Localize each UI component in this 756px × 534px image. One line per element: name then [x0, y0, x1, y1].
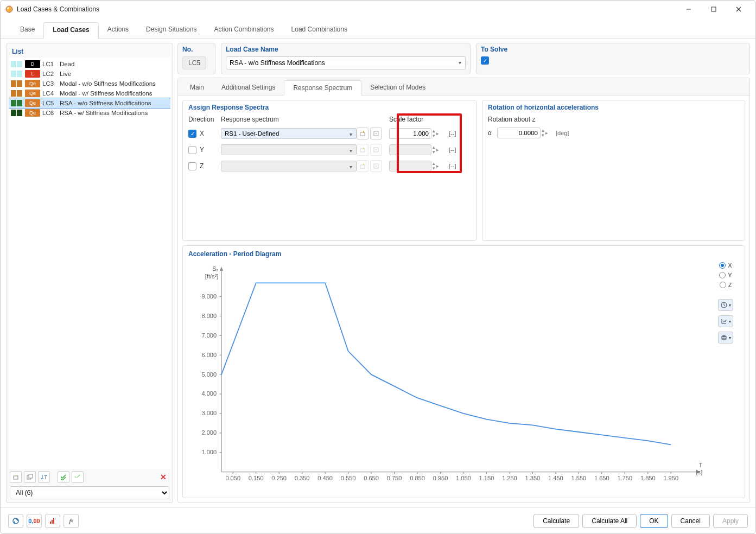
scale-x-input[interactable]	[389, 128, 431, 139]
calculate-all-button[interactable]: Calculate All	[582, 514, 637, 528]
main-tab-load-cases[interactable]: Load Cases	[43, 22, 98, 39]
units-button[interactable]: 0,00	[27, 514, 42, 528]
list-item[interactable]: QeLC6RSA - w/ Stiffness Modifications	[9, 108, 170, 118]
sub-tab-selection-of-modes[interactable]: Selection of Modes	[361, 80, 434, 95]
svg-text:7.000: 7.000	[201, 332, 217, 339]
spectrum-x-new-icon[interactable]	[357, 128, 369, 139]
field-no-value: LC5	[182, 56, 206, 69]
legend-x[interactable]: X	[719, 262, 732, 269]
svg-rect-8	[29, 474, 33, 478]
main-tab-base[interactable]: Base	[11, 22, 43, 38]
scale-z-input	[389, 161, 431, 171]
sub-tab-main[interactable]: Main	[181, 80, 213, 95]
calculate-button[interactable]: Calculate	[533, 514, 579, 528]
svg-text:8.000: 8.000	[201, 313, 217, 319]
uncheck-all-button[interactable]	[72, 471, 84, 483]
svg-text:0.150: 0.150	[249, 475, 264, 481]
copy-button[interactable]	[24, 471, 36, 483]
field-name: Load Case Name	[221, 43, 471, 74]
assign-header: Assign Response Spectra	[188, 104, 471, 111]
legend-z[interactable]: Z	[720, 282, 732, 288]
sort-button[interactable]	[38, 471, 50, 483]
filter-select[interactable]: All (6)	[10, 486, 169, 499]
field-no-label: No.	[182, 46, 211, 53]
chart-legend: XYZ ▾ ▾ ▾	[712, 261, 739, 493]
delete-button[interactable]: ✕	[157, 471, 169, 483]
help-button[interactable]	[8, 514, 23, 528]
direction-x-checkbox[interactable]: ✓	[188, 130, 196, 138]
check-all-button[interactable]	[58, 471, 69, 483]
close-button[interactable]	[726, 1, 751, 17]
main-tab-action-combinations[interactable]: Action Combinations	[205, 22, 282, 38]
svg-point-0	[6, 6, 12, 12]
rotation-row-label: Rotation about z	[488, 116, 739, 123]
field-name-label: Load Case Name	[226, 46, 466, 53]
chart-svg: 1.0002.0003.0004.0005.0006.0007.0008.000…	[188, 261, 712, 493]
direction-x-label: X	[200, 130, 204, 137]
direction-y-checkbox[interactable]	[188, 146, 196, 154]
direction-z-label: Z	[200, 162, 204, 170]
field-to-solve: To Solve ✓	[476, 43, 750, 74]
svg-text:0.950: 0.950	[433, 475, 448, 481]
scale-z-unit: [--]	[449, 163, 471, 169]
main-tab-actions[interactable]: Actions	[99, 22, 137, 38]
svg-text:0.650: 0.650	[364, 475, 379, 481]
function-button[interactable]: fx	[63, 514, 79, 528]
spectrum-x-edit-icon[interactable]	[370, 128, 382, 139]
rotation-panel: Rotation of horizontal accelerations Rot…	[482, 100, 745, 241]
legend-y[interactable]: Y	[719, 272, 732, 278]
svg-rect-3	[711, 7, 716, 11]
svg-rect-10	[360, 132, 365, 136]
chart-tool-clock-icon[interactable]: ▾	[718, 299, 733, 311]
main-tab-load-combinations[interactable]: Load Combinations	[283, 22, 356, 38]
graph-button[interactable]	[45, 514, 60, 528]
list-item[interactable]: QeLC4Modal - w/ Stiffness Modifications	[9, 88, 170, 98]
spectrum-y-select	[221, 144, 357, 155]
list-item[interactable]: DLC1Dead	[9, 59, 170, 69]
svg-text:1.750: 1.750	[617, 475, 632, 481]
col-spectrum: Response spectrum	[221, 116, 357, 123]
rotation-value-input[interactable]	[497, 128, 541, 138]
maximize-button[interactable]	[701, 1, 726, 17]
list-filter[interactable]: All (6)	[10, 486, 169, 499]
new-button[interactable]	[10, 471, 22, 483]
minimize-button[interactable]	[676, 1, 701, 17]
svg-text:0.550: 0.550	[341, 475, 356, 481]
main-tab-design-situations[interactable]: Design Situations	[137, 22, 205, 38]
list-header: List	[9, 46, 170, 58]
to-solve-checkbox[interactable]: ✓	[481, 56, 489, 65]
svg-rect-9	[74, 478, 81, 480]
svg-point-12	[376, 133, 377, 134]
apply-button[interactable]: Apply	[713, 514, 748, 528]
field-solve-label: To Solve	[481, 46, 745, 53]
assign-spectra-panel: Assign Response Spectra Direction Respon…	[182, 100, 477, 241]
svg-text:0.450: 0.450	[317, 475, 333, 481]
sub-tab-response-spectrum[interactable]: Response Spectrum	[284, 80, 361, 96]
sub-tabs: MainAdditional SettingsResponse Spectrum…	[178, 78, 749, 96]
list-item[interactable]: LLC2Live	[9, 69, 170, 79]
spectrum-y-edit-icon	[370, 144, 382, 156]
load-case-name-input[interactable]	[226, 56, 466, 69]
svg-text:1.000: 1.000	[201, 449, 217, 455]
list-item[interactable]: QeLC3Modal - w/o Stiffness Modifications	[9, 79, 170, 88]
direction-z-checkbox[interactable]	[188, 162, 196, 170]
scale-y-unit: [--]	[449, 147, 471, 153]
svg-rect-6	[14, 476, 18, 479]
svg-text:1.050: 1.050	[456, 475, 471, 481]
svg-point-88	[14, 521, 15, 522]
spectrum-z-edit-icon	[370, 160, 382, 172]
svg-text:1.150: 1.150	[479, 475, 494, 481]
list-item[interactable]: QeLC5RSA - w/o Stiffness Modifications	[9, 98, 170, 108]
svg-text:1.850: 1.850	[640, 475, 656, 481]
spectrum-x-select[interactable]	[221, 128, 357, 139]
svg-text:6.000: 6.000	[201, 352, 217, 358]
spectrum-z-select	[221, 161, 357, 171]
sub-tab-additional-settings[interactable]: Additional Settings	[213, 80, 284, 95]
ok-button[interactable]: OK	[640, 514, 668, 528]
chart-tool-print-icon[interactable]: ▾	[718, 332, 733, 344]
chart-tool-axes-icon[interactable]: ▾	[718, 315, 733, 327]
svg-rect-16	[360, 165, 365, 168]
app-icon	[5, 5, 14, 14]
cancel-button[interactable]: Cancel	[671, 514, 710, 528]
main-tabs: BaseLoad CasesActionsDesign SituationsAc…	[1, 18, 755, 39]
